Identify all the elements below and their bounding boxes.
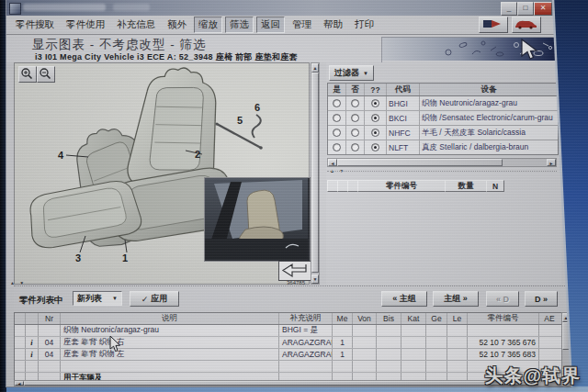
- filter-row-bkci[interactable]: BKCI 织物 /Sensatec Electronic/carum-grau: [328, 111, 558, 126]
- menu-extras[interactable]: 额外: [163, 17, 191, 33]
- info-icon[interactable]: i: [26, 337, 39, 348]
- menu-additional-info[interactable]: 补充信息: [112, 17, 160, 33]
- radio-no[interactable]: [351, 114, 359, 122]
- menu-bar: 零件搜取 零件使用 补充信息 额外 缩放 筛选 返回 管理 帮助 打印: [6, 16, 571, 35]
- col-part-number: 零件编号: [357, 180, 446, 192]
- col-select: [15, 313, 26, 324]
- door-panel: [205, 239, 308, 259]
- cell-part-number: 52 10 7 365 676: [468, 337, 539, 348]
- parts-table: Nr 说明 补充说明 Me Von Bis Kat Ge Le 零件编号 AE …: [14, 312, 562, 385]
- cell-part-number: [468, 325, 539, 336]
- cell-me: 1: [333, 349, 353, 360]
- scroll-left-icon[interactable]: ◄: [15, 381, 24, 386]
- menu-filter[interactable]: 筛选: [225, 17, 254, 33]
- radio-unknown[interactable]: [371, 99, 379, 107]
- filter-horizontal-scrollbar[interactable]: ◄ ►: [327, 158, 557, 167]
- apply-button[interactable]: ✓ 应用: [130, 291, 179, 307]
- zoom-out-button[interactable]: [37, 66, 55, 83]
- table-row-group-header[interactable]: 织物 Neutronic/aragaz-grau BHGI = 是: [15, 325, 561, 337]
- col-note: 补充说明: [279, 313, 333, 324]
- window-titlebar[interactable]: _ □ ✕: [6, 0, 571, 16]
- radio-yes[interactable]: [333, 129, 341, 137]
- callout-5[interactable]: 5: [237, 115, 243, 126]
- scrollbar-thumb[interactable]: [337, 159, 503, 166]
- cell-description: 座套 靠背 织物 右: [61, 337, 279, 348]
- device-cell: 织物 Neutronic/aragaz-grau: [420, 96, 558, 110]
- radio-yes[interactable]: [333, 143, 341, 151]
- radio-yes[interactable]: [333, 99, 341, 107]
- check-icon: ✓: [141, 295, 149, 304]
- scrollbar-thumb[interactable]: [311, 73, 319, 273]
- diagram-vertical-scrollbar[interactable]: ▲ ▼: [311, 62, 320, 285]
- col-part-number: 零件编号: [468, 313, 539, 324]
- col-kat: Kat: [401, 313, 426, 324]
- radio-yes[interactable]: [333, 114, 341, 122]
- table-row-seat-cover-right[interactable]: i 04 座套 靠背 织物 右 ARAGAZGRAU 1 52 10 7 365…: [15, 337, 561, 349]
- prev-diagram-button[interactable]: « D: [486, 291, 519, 307]
- callout-2[interactable]: 2: [195, 149, 200, 160]
- menu-admin[interactable]: 管理: [288, 17, 316, 33]
- mouse-cursor: [109, 336, 121, 353]
- scrollbar-thumb[interactable]: [24, 381, 538, 386]
- etk-flag-icon: [480, 17, 505, 30]
- filter-row-bhgi[interactable]: BHGI 织物 Neutronic/aragaz-grau: [328, 96, 558, 111]
- list-select-dropdown[interactable]: 新列表 ▼: [73, 291, 122, 306]
- watermark: 头条@轼界: [484, 364, 581, 388]
- table-row-empty[interactable]: [15, 361, 561, 373]
- col-nr: Nr: [39, 313, 61, 324]
- radio-no[interactable]: [351, 99, 359, 107]
- col-no: 否: [346, 84, 365, 95]
- callout-1[interactable]: 1: [122, 252, 128, 263]
- menu-help[interactable]: 帮助: [319, 17, 347, 33]
- etk-logo-button[interactable]: [479, 17, 508, 33]
- callout-4[interactable]: 4: [58, 150, 63, 161]
- col-me: Me: [333, 313, 353, 324]
- minimize-button[interactable]: _: [501, 2, 517, 16]
- radio-unknown[interactable]: [371, 143, 379, 151]
- menu-print[interactable]: 打印: [350, 17, 379, 33]
- parts-list-toolbar: 零件列表中 新列表 ▼ ✓ 应用 « 主组 主组 » « D D »: [14, 286, 571, 312]
- apply-label: 应用: [151, 293, 167, 305]
- direction-arrow-icon: [279, 262, 311, 278]
- scroll-down-icon[interactable]: ▼: [311, 274, 319, 284]
- menu-parts-search[interactable]: 零件搜取: [11, 17, 59, 33]
- col-description: 说明: [61, 313, 279, 324]
- radio-no[interactable]: [351, 143, 359, 151]
- filter-dropdown-button[interactable]: 过滤器 ▼: [329, 65, 374, 81]
- chevron-down-icon: ▼: [363, 71, 368, 76]
- selection-table-header: 零件编号 数量 N: [327, 180, 503, 192]
- cell-description: 织物 Neutronic/aragaz-grau: [61, 325, 279, 336]
- info-icon[interactable]: i: [26, 349, 39, 360]
- col-info: [26, 313, 39, 324]
- menu-zoom[interactable]: 缩放: [194, 17, 222, 33]
- cell-nr: 04: [39, 337, 61, 348]
- radio-unknown[interactable]: [371, 129, 379, 137]
- radio-unknown[interactable]: [371, 114, 379, 122]
- titlebar-blurred-text: [23, 4, 106, 11]
- vehicle-button[interactable]: [512, 17, 541, 33]
- zoom-in-button[interactable]: [18, 66, 37, 83]
- callout-3[interactable]: 3: [75, 252, 81, 263]
- device-cell: 真皮 Stellaric / dalbergia-braun: [420, 140, 558, 154]
- scroll-up-icon[interactable]: ▲: [311, 63, 319, 73]
- filter-row-nlft[interactable]: NLFT 真皮 Stellaric / dalbergia-braun: [328, 140, 558, 154]
- col-device: 设备: [420, 84, 558, 95]
- view-direction-box: [278, 261, 313, 281]
- desktop-right-edge: [548, 0, 588, 386]
- menu-parts-usage[interactable]: 零件使用: [62, 17, 109, 33]
- maximize-button[interactable]: □: [517, 2, 534, 16]
- diagram-panel[interactable]: 1 2 3 4 5 6: [14, 62, 310, 285]
- interior-photo-inset: [204, 177, 311, 262]
- col-unknown: ??: [365, 84, 387, 95]
- panel-splitter[interactable]: [327, 171, 557, 178]
- table-row-seat-cover-left[interactable]: i 04 座套 靠背 织物 左 ARAGAZGRAU 1 52 10 7 365…: [15, 349, 561, 361]
- filter-row-nhfc[interactable]: NHFC 羊毛 / 天然皮革 Solaric/cassia: [328, 126, 558, 140]
- callout-6[interactable]: 6: [254, 102, 260, 113]
- next-main-group-button[interactable]: 主组 »: [433, 291, 479, 307]
- hook-part: [253, 115, 261, 138]
- menu-back[interactable]: 返回: [256, 17, 285, 33]
- scroll-left-icon[interactable]: ◄: [328, 159, 337, 166]
- radio-no[interactable]: [351, 129, 359, 137]
- etk-banner-graphic: [381, 37, 558, 63]
- prev-main-group-button[interactable]: « 主组: [381, 291, 427, 307]
